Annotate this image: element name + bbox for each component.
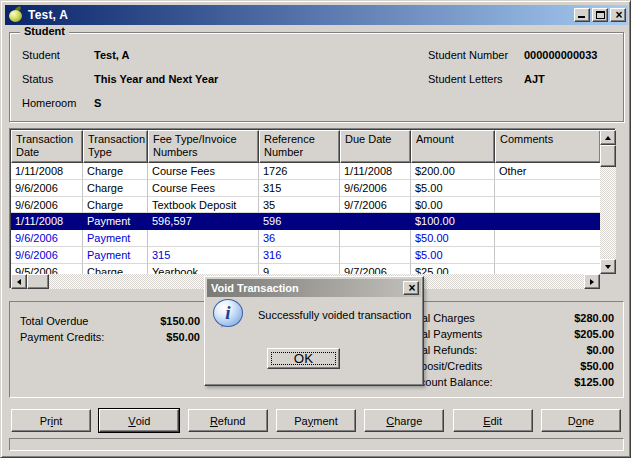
- done-button[interactable]: Done: [541, 409, 621, 432]
- maximize-button[interactable]: [592, 8, 608, 22]
- student-letters-value: AJT: [524, 73, 545, 85]
- cell-type: Charge: [83, 163, 148, 180]
- main-window: Test, A × Student Student Test, A Status…: [0, 0, 631, 458]
- cell-ref: 36: [259, 230, 340, 247]
- scroll-left-button[interactable]: [11, 274, 27, 289]
- column-header-amount[interactable]: Amount: [411, 130, 495, 163]
- table-row[interactable]: 9/6/2006Payment36$50.00: [11, 230, 600, 247]
- cell-type: Charge: [83, 180, 148, 197]
- cell-amount: $200.00: [411, 163, 495, 180]
- minimize-button[interactable]: [574, 8, 590, 22]
- cell-type: Charge: [83, 197, 148, 214]
- student-label: Student: [22, 49, 60, 61]
- cell-type: Charge: [83, 264, 148, 274]
- scroll-up-button[interactable]: [600, 130, 616, 145]
- status-value: This Year and Next Year: [94, 73, 218, 85]
- account-balance-value: $125.00: [574, 375, 614, 391]
- student-number-label: Student Number: [428, 49, 508, 61]
- column-header-due-date[interactable]: Due Date: [340, 130, 411, 163]
- vertical-scrollbar[interactable]: [600, 130, 616, 274]
- student-value: Test, A: [94, 49, 129, 61]
- cell-comments: Other: [495, 163, 600, 180]
- cell-due: 1/11/2008: [340, 163, 411, 180]
- cell-ref: 315: [259, 180, 340, 197]
- scroll-right-button[interactable]: [584, 274, 600, 289]
- column-header-transaction-type[interactable]: Transaction Type: [83, 130, 148, 163]
- cell-fee: Yearbook: [148, 264, 259, 274]
- table-header: Transaction Date Transaction Type Fee Ty…: [11, 130, 600, 163]
- total-overdue-row: Total Overdue $150.00: [20, 314, 200, 330]
- close-button[interactable]: ×: [610, 8, 626, 22]
- homeroom-value: S: [94, 97, 101, 109]
- dialog-title: Void Transaction: [211, 282, 299, 294]
- button-bar: Print Void Refund Payment Charge Edit Do…: [11, 409, 621, 432]
- status-strip: [9, 438, 624, 451]
- cell-fee: Textbook Deposit: [148, 197, 259, 214]
- window-controls: ×: [572, 8, 626, 22]
- transactions-table: Transaction Date Transaction Type Fee Ty…: [9, 128, 616, 289]
- ok-button[interactable]: OK: [267, 348, 340, 369]
- table-row[interactable]: 9/6/2006ChargeCourse Fees3159/6/2006$5.0…: [11, 180, 600, 197]
- cell-comments: [495, 230, 600, 247]
- total-payments-row: Total Payments $205.00: [407, 327, 614, 343]
- info-icon: i: [213, 299, 244, 330]
- student-letters-label: Student Letters: [428, 73, 503, 85]
- cell-type: Payment: [83, 230, 148, 247]
- total-payments-value: $205.00: [574, 327, 614, 343]
- total-refunds-row: Total Refunds: $0.00: [407, 343, 614, 359]
- void-button[interactable]: Void: [99, 409, 179, 432]
- vertical-scroll-track[interactable]: [600, 167, 616, 259]
- cell-fee: Course Fees: [148, 163, 259, 180]
- app-icon[interactable]: [8, 7, 24, 23]
- edit-button[interactable]: Edit: [453, 409, 533, 432]
- deposit-credits-value: $50.00: [580, 359, 614, 375]
- cell-amount: $100.00: [411, 213, 495, 230]
- cell-comments: [495, 180, 600, 197]
- account-balance-row: Account Balance: $125.00: [407, 375, 614, 391]
- cell-date: 9/6/2006: [11, 180, 83, 197]
- table-row[interactable]: 9/6/2006Payment315316$5.00: [11, 247, 600, 264]
- cell-date: 1/11/2008: [11, 213, 83, 230]
- charge-button[interactable]: Charge: [364, 409, 444, 432]
- column-header-reference-number[interactable]: Reference Number: [259, 130, 340, 163]
- total-overdue-label: Total Overdue: [20, 314, 88, 330]
- arrow-left-icon: [17, 279, 21, 285]
- student-number-value: 000000000033: [524, 49, 597, 61]
- scroll-down-button[interactable]: [600, 259, 616, 274]
- payment-credits-value: $50.00: [166, 330, 200, 346]
- payment-button[interactable]: Payment: [276, 409, 356, 432]
- scrollbar-corner: [600, 274, 616, 289]
- dialog-close-button[interactable]: ×: [403, 281, 419, 295]
- cell-ref: 35: [259, 197, 340, 214]
- cell-fee: Course Fees: [148, 180, 259, 197]
- table-row[interactable]: 9/5/2006ChargeYearbook99/7/2006$25.00: [11, 264, 600, 274]
- cell-ref: 1726: [259, 163, 340, 180]
- homeroom-label: Homeroom: [22, 97, 76, 109]
- cell-ref: 9: [259, 264, 340, 274]
- vertical-scroll-thumb[interactable]: [600, 145, 616, 167]
- total-charges-value: $280.00: [574, 311, 614, 327]
- cell-date: 9/6/2006: [11, 247, 83, 264]
- print-button[interactable]: Print: [11, 409, 91, 432]
- dialog-controls: ×: [401, 281, 419, 295]
- cell-comments: [495, 213, 600, 230]
- cell-due: [340, 213, 411, 230]
- refund-button[interactable]: Refund: [188, 409, 268, 432]
- close-icon: ×: [404, 281, 420, 295]
- arrow-right-icon: [590, 279, 594, 285]
- column-header-fee-type[interactable]: Fee Type/Invoice Numbers: [148, 130, 259, 163]
- table-row[interactable]: 9/6/2006ChargeTextbook Deposit359/7/2006…: [11, 197, 600, 214]
- table-row[interactable]: 1/11/2008ChargeCourse Fees17261/11/2008$…: [11, 163, 600, 180]
- dialog-message: Successfully voided transaction: [258, 309, 420, 322]
- cell-fee: [148, 230, 259, 247]
- table-row-selected[interactable]: 1/11/2008Payment596,597596$100.00: [11, 213, 600, 230]
- student-group-label: Student: [20, 25, 69, 37]
- cell-date: 1/11/2008: [11, 163, 83, 180]
- column-header-comments[interactable]: Comments: [495, 130, 600, 163]
- cell-due: 9/6/2006: [340, 180, 411, 197]
- cell-amount: $5.00: [411, 247, 495, 264]
- dialog-title-bar: Void Transaction ×: [207, 279, 421, 297]
- column-header-transaction-date[interactable]: Transaction Date: [11, 130, 83, 163]
- horizontal-scroll-thumb[interactable]: [27, 274, 49, 289]
- app-icon-fruit: [9, 10, 22, 22]
